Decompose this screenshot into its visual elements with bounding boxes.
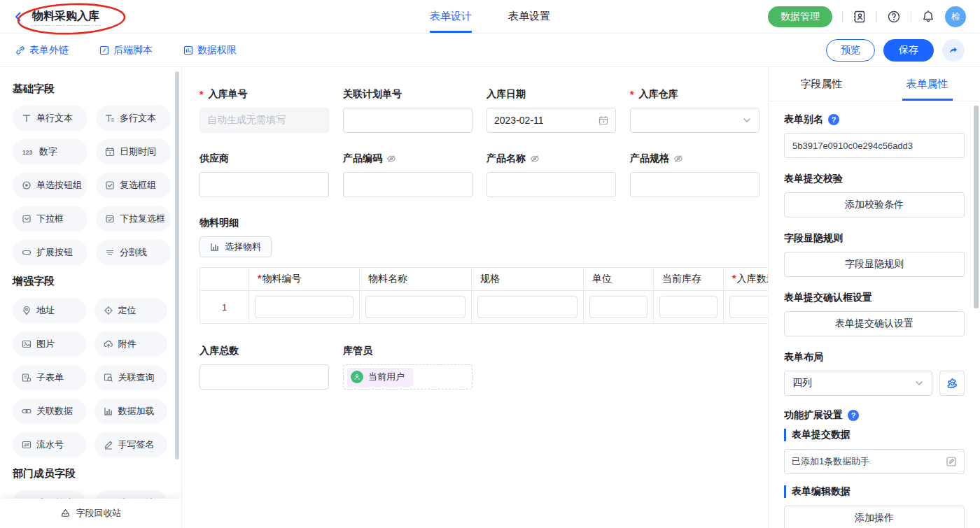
- preview-button[interactable]: 预览: [826, 39, 875, 62]
- field-pill-serial-number[interactable]: 流水号: [13, 432, 86, 457]
- field-pill-multi-select[interactable]: 下拉复选框: [96, 206, 171, 231]
- product-spec-input[interactable]: [630, 172, 760, 197]
- material-code-cell-input[interactable]: [255, 296, 354, 318]
- col-unit: 单位: [584, 268, 654, 291]
- save-button[interactable]: 保存: [883, 39, 934, 62]
- field-pill-datetime[interactable]: 日期时间: [96, 139, 171, 164]
- supplier-input[interactable]: [200, 172, 329, 197]
- field-pill-radio-group[interactable]: 单选按钮组: [13, 173, 88, 198]
- col-inbound-qty: *入库数量: [724, 268, 769, 291]
- field-pill-data-load[interactable]: 数据加载: [94, 399, 168, 424]
- field-related-plan-no[interactable]: 关联计划单号: [343, 88, 472, 133]
- warehouse-keeper-box[interactable]: 当前用户: [343, 364, 472, 390]
- checkbox-group-icon: [105, 180, 115, 190]
- eye-off-icon: [673, 154, 683, 164]
- form-alias-label: 表单别名 ?: [784, 113, 965, 126]
- field-product-name[interactable]: 产品名称: [486, 152, 616, 197]
- inbound-no-input[interactable]: 自动生成无需填写: [200, 108, 329, 133]
- subform-material-detail[interactable]: 物料明细 选择物料 *物料编号 物料名称 规格 单位 当前库存 *入库数量: [200, 217, 761, 324]
- field-pill-single-line-text[interactable]: 单行文本: [13, 106, 88, 131]
- required-asterisk: *: [258, 273, 261, 284]
- bell-icon[interactable]: [921, 10, 935, 24]
- page-title[interactable]: 物料采购入库: [31, 8, 101, 26]
- edit-data-label: 表单编辑数据: [784, 485, 965, 498]
- form-alias-input[interactable]: 5b3917e0910c0e294c56add3: [784, 133, 965, 158]
- data-assistant-box[interactable]: 已添加1条数据助手: [784, 449, 965, 474]
- title-wrap: 物料采购入库: [31, 9, 101, 24]
- unit-cell-input[interactable]: [589, 296, 648, 318]
- gear-icon: [946, 378, 958, 390]
- field-pill-linked-query[interactable]: 关联查询: [94, 365, 168, 390]
- panel-scrollbar[interactable]: [974, 106, 979, 308]
- current-stock-cell-input[interactable]: [659, 296, 718, 318]
- field-pill-number[interactable]: 数字: [13, 139, 88, 164]
- submit-data-label: 表单提交数据: [784, 429, 965, 441]
- inbound-qty-cell-input[interactable]: [729, 296, 768, 318]
- help-circle-icon[interactable]: ?: [828, 114, 839, 125]
- field-visibility-button[interactable]: 字段显隐规则: [784, 252, 965, 277]
- field-pill-attachment[interactable]: 附件: [94, 331, 168, 357]
- form-layout-label: 表单布局: [784, 351, 965, 364]
- sidebar-scrollbar[interactable]: [175, 71, 179, 459]
- form-layout-select[interactable]: 四列: [784, 371, 932, 396]
- add-operation-button[interactable]: 添加操作: [784, 506, 965, 528]
- layout-settings-button[interactable]: [939, 371, 965, 396]
- field-inbound-warehouse[interactable]: *入库仓库: [630, 88, 760, 133]
- divider-icon: [105, 248, 115, 257]
- tab-form-properties[interactable]: 表单属性: [874, 67, 980, 101]
- data-permission-link[interactable]: 数据权限: [183, 44, 237, 57]
- related-plan-no-input[interactable]: [343, 108, 472, 133]
- submit-confirm-button[interactable]: 表单提交确认设置: [784, 311, 965, 336]
- field-product-spec[interactable]: 产品规格: [630, 152, 760, 197]
- material-name-cell-input[interactable]: [365, 296, 465, 318]
- multi-select-icon: [105, 214, 115, 224]
- product-code-input[interactable]: [343, 172, 472, 197]
- field-inbound-total[interactable]: 入库总数: [200, 345, 329, 390]
- field-pill-signature[interactable]: 手写签名: [94, 432, 168, 457]
- edit-icon[interactable]: [946, 456, 957, 467]
- multi-line-text-icon: [105, 113, 115, 123]
- tab-field-properties[interactable]: 字段属性: [769, 67, 874, 101]
- field-pill-address[interactable]: 地址: [13, 298, 86, 323]
- header-tabs: 表单设计 表单设置: [430, 0, 550, 33]
- spec-cell-input[interactable]: [477, 296, 578, 318]
- field-pill-multi-line-text[interactable]: 多行文本: [96, 106, 171, 131]
- canvas-row-3: 入库总数 库管员 当前用户: [200, 345, 761, 390]
- field-pill-extend-button[interactable]: 扩展按钮: [13, 240, 88, 265]
- subform-data-row: 1: [200, 291, 769, 324]
- inbound-total-input[interactable]: [200, 364, 329, 390]
- inbound-warehouse-select[interactable]: [630, 108, 760, 133]
- panel-tabs: 字段属性 表单属性: [769, 67, 980, 101]
- field-product-code[interactable]: 产品编码: [343, 152, 472, 197]
- current-user-tag[interactable]: 当前用户: [347, 368, 413, 387]
- field-warehouse-keeper[interactable]: 库管员 当前用户: [343, 345, 472, 390]
- field-pill-location[interactable]: 定位: [94, 298, 168, 323]
- back-button[interactable]: [13, 11, 24, 22]
- select-material-button[interactable]: 选择物料: [200, 236, 272, 257]
- share-button[interactable]: [942, 39, 965, 62]
- tab-form-design[interactable]: 表单设计: [430, 0, 472, 33]
- backend-script-link[interactable]: 后端脚本: [99, 44, 153, 57]
- form-external-link[interactable]: 表单外链: [15, 44, 69, 57]
- field-inbound-date[interactable]: 入库日期 2023-02-11: [486, 88, 616, 133]
- avatar[interactable]: 检: [945, 6, 966, 27]
- add-validation-button[interactable]: 添加校验条件: [784, 192, 965, 217]
- field-pill-image[interactable]: 图片: [13, 331, 86, 357]
- inbound-date-input[interactable]: 2023-02-11: [486, 108, 616, 133]
- field-pill-divider[interactable]: 分割线: [96, 240, 171, 265]
- product-name-input[interactable]: [486, 172, 616, 197]
- data-manage-button[interactable]: 数据管理: [768, 6, 832, 27]
- field-pill-checkbox-group[interactable]: 复选框组: [96, 173, 171, 198]
- field-pill-subform[interactable]: 子表单: [13, 365, 86, 390]
- form-canvas[interactable]: *入库单号 自动生成无需填写 关联计划单号 入库日期 2023-02-11 *入…: [182, 67, 768, 528]
- field-pill-linked-data[interactable]: 关联数据: [13, 399, 86, 424]
- field-recycle-bin[interactable]: 字段回收站: [0, 499, 181, 528]
- tab-form-settings[interactable]: 表单设置: [508, 0, 550, 33]
- field-supplier[interactable]: 供应商: [200, 152, 329, 197]
- help-icon[interactable]: [887, 10, 901, 24]
- help-circle-icon[interactable]: ?: [848, 410, 859, 421]
- required-asterisk: *: [630, 89, 634, 100]
- field-pill-select[interactable]: 下拉框: [13, 206, 88, 231]
- contacts-icon[interactable]: [853, 10, 867, 24]
- field-inbound-no[interactable]: *入库单号 自动生成无需填写: [200, 88, 329, 133]
